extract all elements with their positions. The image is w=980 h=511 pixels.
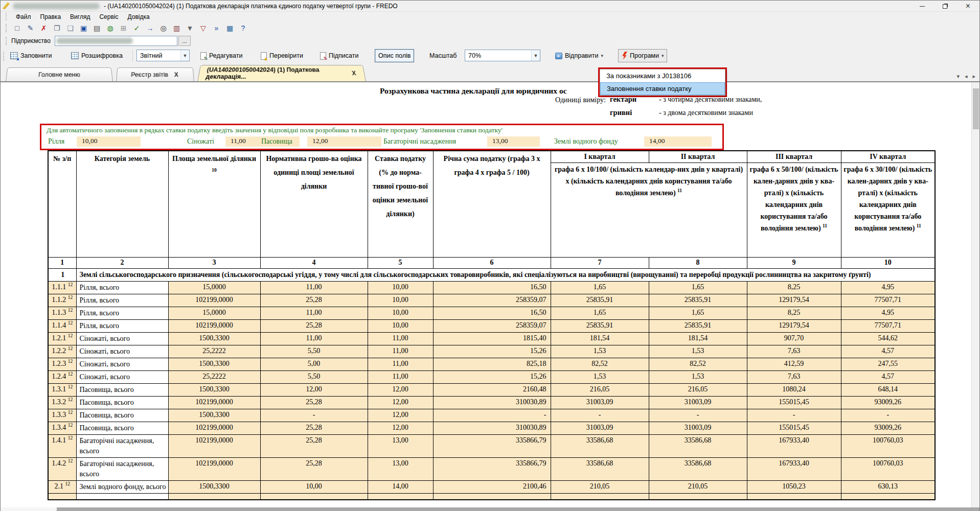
value-cell[interactable]: 16,50 [433,307,551,320]
value-cell[interactable]: 216,05 [551,384,649,397]
value-cell[interactable]: 102199,0000 [168,397,260,409]
value-cell[interactable]: 5,50 [260,345,368,358]
value-cell[interactable]: 630,13 [841,481,935,494]
value-cell[interactable]: 216,05 [649,384,747,397]
rate-input-rillya[interactable]: 10,00 [77,136,141,147]
value-cell[interactable]: 25,28 [260,422,368,435]
value-cell[interactable]: 10,00 [368,294,433,307]
value-cell[interactable]: 1,53 [551,345,649,358]
find-icon[interactable]: ◎ [158,24,168,33]
structure-icon[interactable]: ⊞ [119,24,128,33]
value-cell[interactable]: 10,00 [368,282,433,294]
value-cell[interactable]: 2160,48 [433,384,551,397]
value-cell[interactable]: 4,57 [841,345,935,358]
value-cell[interactable]: 77507,71 [841,320,935,333]
sign-button[interactable]: ✎ Підписати [316,49,362,62]
menu-file[interactable]: Файл [11,12,36,21]
value-cell[interactable]: 11,00 [260,333,368,345]
value-cell[interactable]: 12,00 [368,397,433,409]
value-cell[interactable]: 335866,79 [433,435,551,458]
value-cell[interactable]: 25835,91 [649,294,747,307]
value-cell[interactable]: 82,52 [649,358,747,371]
print-icon[interactable]: ▤ [92,24,102,33]
restore-button[interactable] [933,1,956,12]
new-document-icon[interactable]: □ [12,24,22,33]
send-button[interactable]: ▸ Відправити ▾ [552,49,607,62]
value-cell[interactable]: 82,52 [551,358,649,371]
minimize-button[interactable] [910,1,933,12]
value-cell[interactable]: 1,53 [649,345,747,358]
value-cell[interactable]: 100760,03 [841,458,935,481]
value-cell[interactable]: 10,00 [368,307,433,320]
value-cell[interactable]: 825,18 [433,358,551,371]
value-cell[interactable]: 11,00 [260,307,368,320]
edit-button[interactable]: ✎ Редагувати [197,49,246,62]
filter-icon[interactable]: ▼ [185,24,195,33]
value-cell[interactable]: 31003,09 [551,397,649,409]
org-table-icon[interactable]: ▦ [225,24,235,33]
scrollbar-thumb[interactable] [973,88,979,129]
value-cell[interactable]: 33586,68 [551,435,649,458]
value-cell[interactable]: 31003,09 [649,397,747,409]
copy-icon[interactable]: ❐ [52,24,62,33]
value-cell[interactable]: 247,55 [841,358,935,371]
value-cell[interactable]: 310030,89 [433,397,551,409]
value-cell[interactable]: 167933,40 [747,435,841,458]
value-cell[interactable]: 1,65 [551,282,649,294]
value-cell[interactable]: 1500,3300 [168,333,260,345]
value-cell[interactable]: 16,50 [433,282,551,294]
value-cell[interactable]: 310030,89 [433,422,551,435]
value-cell[interactable]: 181,54 [649,333,747,345]
tab-close-icon[interactable]: X [350,70,357,77]
tab-main-menu[interactable]: Головне меню [6,67,113,81]
value-cell[interactable]: 1,53 [551,371,649,384]
help-icon[interactable]: ? [238,24,248,33]
value-cell[interactable]: 12,00 [260,384,368,397]
sign-check-icon[interactable]: ✓ [132,24,142,33]
menu-view[interactable]: Вигляд [65,12,95,21]
value-cell[interactable]: 15,0000 [168,307,260,320]
menu-service[interactable]: Сервіс [95,12,123,21]
paste-icon[interactable]: ❑ [65,24,75,33]
export-icon[interactable]: → [145,24,155,33]
scale-combobox[interactable]: 70% ▼ [465,50,540,61]
value-cell[interactable]: 25835,91 [551,294,649,307]
value-cell[interactable]: - [649,409,747,422]
menu-edit[interactable]: Правка [36,12,66,21]
menu-item-fill-tax-rate[interactable]: Заповнення ставки податку [600,82,725,95]
value-cell[interactable]: 102199,0000 [168,435,260,458]
value-cell[interactable]: 1050,23 [747,481,841,494]
close-button[interactable]: × [956,1,979,12]
value-cell[interactable]: 210,05 [551,481,649,494]
fill-button[interactable]: Заповнити [7,49,55,62]
value-cell[interactable]: 1,65 [551,307,649,320]
report-type-combobox[interactable]: Звітний ▼ [136,50,190,61]
decode-button[interactable]: Розшифровка [67,49,126,62]
value-cell[interactable]: 14,00 [368,481,433,494]
rate-input-pasovyshcha[interactable]: 12,00 [307,136,381,147]
value-cell[interactable]: 25,28 [260,458,368,481]
value-cell[interactable]: 11,00 [368,345,433,358]
value-cell[interactable]: 33586,68 [551,458,649,481]
value-cell[interactable]: 31003,09 [649,422,747,435]
value-cell[interactable]: 155015,45 [747,397,841,409]
rate-input-vodnyi-fond[interactable]: 14,00 [644,136,712,147]
transfer-icon[interactable]: ▥ [172,24,181,33]
value-cell[interactable]: 181,54 [551,333,649,345]
value-cell[interactable]: 1500,3300 [168,481,260,494]
value-cell[interactable]: 15,26 [433,345,551,358]
value-cell[interactable]: 13,00 [368,435,433,458]
value-cell[interactable]: 102199,0000 [168,422,260,435]
value-cell[interactable]: 8,25 [747,307,841,320]
value-cell[interactable]: 93009,26 [841,422,935,435]
vertical-scrollbar[interactable] [971,82,979,507]
value-cell[interactable]: - [747,409,841,422]
value-cell[interactable]: 1500,3300 [168,384,260,397]
tab-prev-icon[interactable]: ◂ [965,73,968,80]
horizontal-scrollbar[interactable] [1,507,979,511]
tab-report-registry[interactable]: Реєстр звітів X [116,67,194,81]
value-cell[interactable]: 210,05 [649,481,747,494]
value-cell[interactable]: 5,00 [260,358,368,371]
tab-declaration[interactable]: (UA1402001050042024) (1) Податкова декла… [197,65,366,81]
value-cell[interactable]: 100760,03 [841,435,935,458]
